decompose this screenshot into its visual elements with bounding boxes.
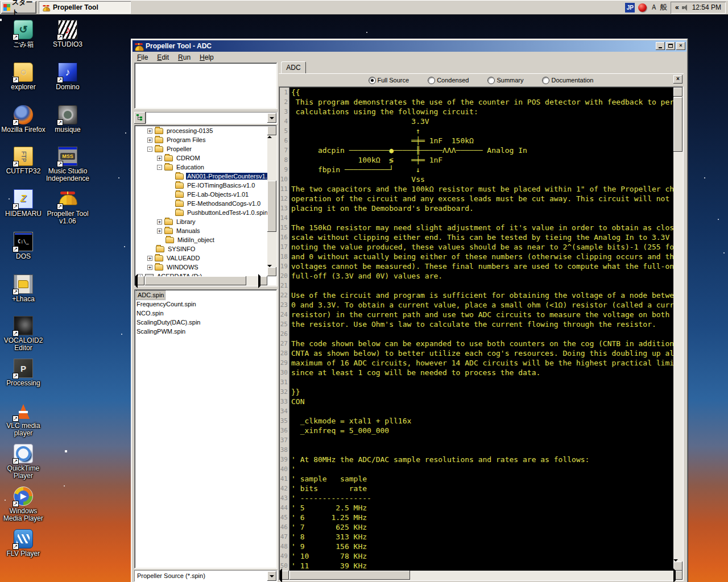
tree-expander[interactable]: + [147,138,152,143]
tree-item[interactable]: +processing-0135 [135,126,267,135]
line-number: 48 [280,542,289,551]
folder-path-combo[interactable] [146,112,278,124]
tree-expander[interactable]: - [147,147,152,152]
tree-item[interactable]: +ACERDATA (D:) [135,272,267,276]
editor-horizontal-scrollbar[interactable] [280,571,682,580]
scroll-up-button[interactable] [267,126,276,135]
speaker-icon[interactable] [682,5,689,11]
ime-mode-text[interactable]: Ａ 般 [650,2,667,13]
tree-item[interactable]: PE-IOTimingBasics-v1.0 [135,181,267,190]
tree-item[interactable]: AN001-PropellerCountersv1.1 [135,172,267,181]
tree-item[interactable]: -Education [135,163,267,172]
tree-item[interactable]: +CDROM [135,153,267,163]
tree-item[interactable]: -Propeller [135,144,267,153]
maximize-button[interactable] [666,42,675,50]
tree-item[interactable]: SYSINFO [135,244,267,253]
radio-summary[interactable]: Summary [488,77,523,84]
desktop-icon-explorer[interactable]: explorer [1,63,46,91]
tray-chevron[interactable]: « [675,3,679,11]
desktop-icon-propcap[interactable]: Propeller Tool v1.06 [46,189,90,225]
file-list-item[interactable]: NCO.spin [135,309,276,318]
line-number: 45 [280,513,289,522]
tree-expander[interactable]: + [157,219,162,225]
tree-view-button[interactable] [134,112,146,124]
radio-full-source[interactable]: Full Source [369,77,410,84]
editor-hscroll-thumb[interactable] [289,571,410,580]
desktop-icon-vocaloid[interactable]: VOCALOID2 Editor [1,316,46,352]
tree-hscroll-thumb[interactable] [145,276,246,285]
tree-horizontal-scrollbar[interactable] [135,276,267,285]
scroll-right-button[interactable] [673,571,682,580]
tree-expander[interactable]: + [157,228,162,234]
editor-vertical-scrollbar[interactable] [673,88,682,571]
file-list-item[interactable]: FrequencyCount.spin [135,300,276,309]
shortcut-arrow-icon [13,77,19,83]
radio-documentation[interactable]: Documentation [543,77,593,84]
menu-help[interactable]: Help [195,52,218,63]
tab-adc[interactable]: ADC [281,61,306,74]
scroll-left-button[interactable] [280,571,289,580]
file-filter-combo[interactable]: Propeller Source (*.spin) [134,570,278,582]
scroll-left-button[interactable] [135,276,144,285]
tree-item-label: VALUEADD [166,255,201,261]
code-editor[interactable]: 1{{2 This program demonstrates the use o… [280,88,673,571]
tree-vertical-scrollbar[interactable] [267,126,276,276]
tree-item[interactable]: +Library [135,217,267,226]
desktop-icon-quicktime[interactable]: QuickTime Player [1,444,46,480]
pane-close-button[interactable]: × [673,75,682,84]
minimize-button[interactable] [656,42,665,50]
window-titlebar[interactable]: Propeller Tool - ADC × [133,40,686,52]
editor-vscroll-thumb[interactable] [673,97,682,152]
tree-item[interactable]: +Manuals [135,226,267,235]
tree-expander[interactable]: - [157,165,162,170]
file-list-item[interactable]: ScalingPWM.spin [135,327,276,336]
desktop-icon-vlc[interactable]: VLC media player [1,401,46,437]
code-line: 43' ---------------- [280,493,673,503]
filter-dropdown-button[interactable] [267,571,276,581]
tree-item[interactable]: PE-MethodsandCogs-v1.0 [135,199,267,208]
tree-item[interactable]: +Program Files [135,135,267,144]
desktop-icon-studio3[interactable]: STUDIO3 [46,20,90,48]
desktop-icon-lhaca[interactable]: +Lhaca [1,275,46,303]
scroll-down-button[interactable] [267,267,276,276]
tree-expander[interactable]: + [147,128,152,134]
taskbar-button-propeller-tool[interactable]: Propeller Tool [39,1,131,14]
radio-condensed[interactable]: Condensed [428,77,469,84]
tree-expander[interactable]: + [147,265,152,270]
start-button[interactable]: スタート [1,1,36,14]
system-tray: JP Ａ 般 « 12:54 PM [625,0,728,15]
tree-item[interactable]: PE-Lab-Objects-v1.01 [135,190,267,199]
desktop-icon-firefox[interactable]: Mozilla Firefox [1,105,46,134]
file-list-item[interactable]: ADC.spin [135,290,276,300]
scroll-up-button[interactable] [673,88,682,97]
tree-item[interactable]: +VALUEADD [135,253,267,263]
close-button[interactable]: × [676,42,685,50]
desktop-icon-recycle[interactable]: ごみ箱 [1,20,46,48]
desktop-icon-musique[interactable]: musique [46,105,90,134]
scroll-right-button[interactable] [258,276,267,285]
ime-tool-icon[interactable] [638,3,647,12]
tree-expander[interactable]: + [147,256,152,261]
desktop-icon-mss[interactable]: Music Studio Independence [46,147,90,182]
object-view-panel[interactable] [134,63,278,109]
desktop-icon-dos[interactable]: DOS [1,232,46,260]
ime-language-badge[interactable]: JP [625,3,635,13]
tree-item[interactable]: +WINDOWS [135,263,267,272]
desktop-icon-hidemaru[interactable]: HIDEMARU [1,189,46,218]
desktop-icon-processing[interactable]: Processing [1,359,46,387]
tree-item[interactable]: MidiIn_object [135,235,267,244]
menu-file[interactable]: File [133,52,152,63]
desktop-icon-wmp[interactable]: Windows Media Player [1,487,46,522]
desktop-icon-flv[interactable]: FLV Player [1,529,46,558]
menu-run[interactable]: Run [173,52,195,63]
combo-dropdown-button[interactable] [267,113,276,123]
code-line: 26 [280,329,673,339]
tree-vscroll-thumb[interactable] [267,181,276,232]
desktop-icon-domino[interactable]: Domino [46,63,90,91]
menu-edit[interactable]: Edit [152,52,173,63]
code-line: 230 and 3.3V. To obtain a current value,… [280,300,673,310]
file-list-item[interactable]: ScalingDuty(DAC).spin [135,318,276,327]
desktop-icon-cutftp[interactable]: CUTFTP32 [1,147,46,175]
tree-item[interactable]: PushbuttonLedTest-v1.0.spin [135,208,267,217]
tree-expander[interactable]: + [157,156,162,161]
